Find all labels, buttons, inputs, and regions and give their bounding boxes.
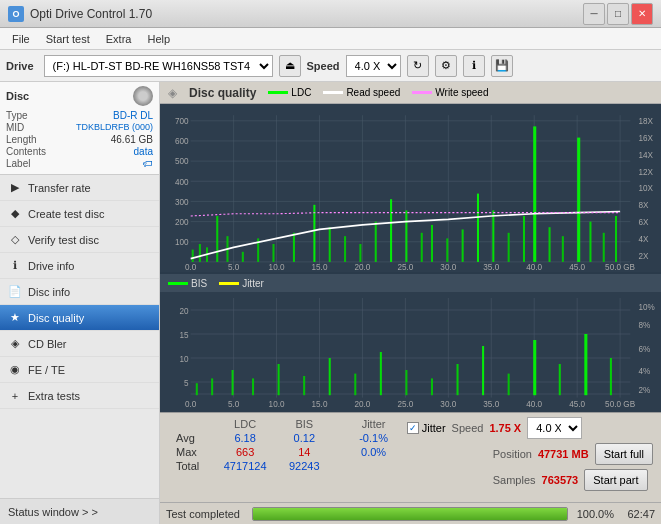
speed-static-label: Speed (452, 422, 484, 434)
drive-info-icon: ℹ (8, 259, 22, 273)
svg-rect-114 (211, 378, 213, 395)
svg-rect-130 (610, 358, 612, 395)
sidebar-item-cd-bler[interactable]: ◈ CD Bler (0, 331, 159, 357)
title-bar: O Opti Drive Control 1.70 ─ □ ✕ (0, 0, 661, 28)
fe-te-icon: ◉ (8, 363, 22, 377)
chart-ldc: 700 600 500 400 300 200 100 0.0 5.0 10.0… (160, 104, 661, 274)
svg-text:500: 500 (175, 156, 189, 166)
status-window-button[interactable]: Status window > > (0, 498, 159, 524)
sidebar-item-fe-te[interactable]: ◉ FE / TE (0, 357, 159, 383)
main-area: Disc Type BD-R DL MID TDKBLDRFB (000) Le… (0, 82, 661, 524)
svg-text:5: 5 (184, 377, 189, 388)
jitter-checkbox[interactable]: ✓ (407, 422, 419, 434)
sidebar-item-transfer-rate-label: Transfer rate (28, 182, 91, 194)
max-bis: 14 (278, 445, 330, 459)
settings-button[interactable]: ⚙ (435, 55, 457, 77)
disc-mid-label: MID (6, 122, 24, 133)
sidebar-item-cd-bler-label: CD Bler (28, 338, 67, 350)
total-bis: 92243 (278, 459, 330, 473)
info-button[interactable]: ℹ (463, 55, 485, 77)
sidebar-item-create-test-disc-label: Create test disc (28, 208, 104, 220)
menu-bar: File Start test Extra Help (0, 28, 661, 50)
menu-file[interactable]: File (4, 31, 38, 47)
sidebar-item-transfer-rate[interactable]: ▶ Transfer rate (0, 175, 159, 201)
svg-rect-49 (216, 216, 218, 262)
sidebar-item-extra-tests-label: Extra tests (28, 390, 80, 402)
svg-rect-55 (313, 205, 315, 262)
svg-text:100: 100 (175, 237, 189, 247)
disc-length-label: Length (6, 134, 37, 145)
samples-label: Samples (493, 474, 536, 486)
disc-contents-value: data (134, 146, 153, 157)
start-part-button[interactable]: Start part (584, 469, 647, 491)
speed-value: 1.75 X (489, 422, 521, 434)
svg-rect-63 (431, 225, 433, 262)
svg-rect-119 (329, 358, 331, 395)
content-area: ◈ Disc quality LDC Read speed Write spee… (160, 82, 661, 524)
sidebar-item-disc-quality[interactable]: ★ Disc quality (0, 305, 159, 331)
stats-row: LDC BIS Jitter Avg 6.18 0.12 -0.1% (160, 412, 661, 502)
svg-text:700: 700 (175, 116, 189, 126)
svg-text:4X: 4X (639, 233, 649, 243)
cd-bler-icon: ◈ (8, 337, 22, 351)
avg-ldc: 6.18 (212, 431, 278, 445)
refresh-button[interactable]: ↻ (407, 55, 429, 77)
total-ldc: 4717124 (212, 459, 278, 473)
save-button[interactable]: 💾 (491, 55, 513, 77)
start-full-button[interactable]: Start full (595, 443, 653, 465)
svg-text:5.0: 5.0 (228, 261, 240, 271)
disc-quality-icon: ★ (8, 311, 22, 325)
maximize-button[interactable]: □ (607, 3, 629, 25)
stats-row-total: Total 4717124 92243 (168, 459, 399, 473)
sidebar-item-create-test-disc[interactable]: ◆ Create test disc (0, 201, 159, 227)
svg-rect-57 (344, 236, 346, 262)
sidebar-item-verify-test-disc[interactable]: ◇ Verify test disc (0, 227, 159, 253)
chart-bis: 20 15 10 5 0.0 5.0 10.0 15.0 20.0 25.0 3… (160, 292, 661, 412)
svg-text:15.0: 15.0 (312, 399, 328, 410)
svg-rect-61 (405, 210, 407, 262)
svg-rect-67 (492, 210, 494, 262)
samples-value: 763573 (542, 474, 579, 486)
menu-help[interactable]: Help (139, 31, 178, 47)
speed-select-dropdown[interactable]: 4.0 X (527, 417, 582, 439)
status-text: Test completed (166, 508, 246, 520)
svg-rect-72 (562, 236, 564, 262)
drive-select[interactable]: (F:) HL-DT-ST BD-RE WH16NS58 TST4 (44, 55, 273, 77)
disc-length-row: Length 46.61 GB (6, 134, 153, 145)
svg-rect-118 (303, 376, 305, 395)
menu-start-test[interactable]: Start test (38, 31, 98, 47)
svg-text:300: 300 (175, 196, 189, 206)
disc-contents-row: Contents data (6, 146, 153, 157)
svg-text:40.0: 40.0 (526, 261, 542, 271)
read-speed-label: Read speed (346, 87, 400, 98)
chart-title: Disc quality (189, 86, 256, 100)
stats-right: ✓ Jitter Speed 1.75 X 4.0 X Position 477… (407, 417, 653, 498)
speed-select[interactable]: 4.0 X (346, 55, 401, 77)
jitter-check-label: Jitter (422, 422, 446, 434)
svg-rect-64 (446, 238, 448, 262)
bis-color (168, 282, 188, 285)
drive-label: Drive (6, 60, 34, 72)
eject-button[interactable]: ⏏ (279, 55, 301, 77)
svg-text:10: 10 (180, 353, 189, 364)
sidebar-item-disc-info[interactable]: 📄 Disc info (0, 279, 159, 305)
menu-extra[interactable]: Extra (98, 31, 140, 47)
sidebar-item-extra-tests[interactable]: + Extra tests (0, 383, 159, 409)
svg-text:6%: 6% (639, 343, 651, 354)
svg-rect-125 (482, 346, 484, 395)
avg-label: Avg (168, 431, 212, 445)
svg-rect-128 (559, 364, 561, 395)
write-speed-color (412, 91, 432, 94)
disc-info-icon: 📄 (8, 285, 22, 299)
minimize-button[interactable]: ─ (583, 3, 605, 25)
svg-rect-123 (431, 378, 433, 395)
jitter-checkbox-group[interactable]: ✓ Jitter (407, 422, 446, 434)
svg-text:45.0: 45.0 (569, 399, 585, 410)
svg-rect-124 (457, 364, 459, 395)
close-button[interactable]: ✕ (631, 3, 653, 25)
sidebar: Disc Type BD-R DL MID TDKBLDRFB (000) Le… (0, 82, 160, 524)
sidebar-item-drive-info[interactable]: ℹ Drive info (0, 253, 159, 279)
disc-label-label: Label (6, 158, 30, 169)
position-value: 47731 MB (538, 448, 589, 460)
svg-text:2%: 2% (639, 384, 651, 395)
